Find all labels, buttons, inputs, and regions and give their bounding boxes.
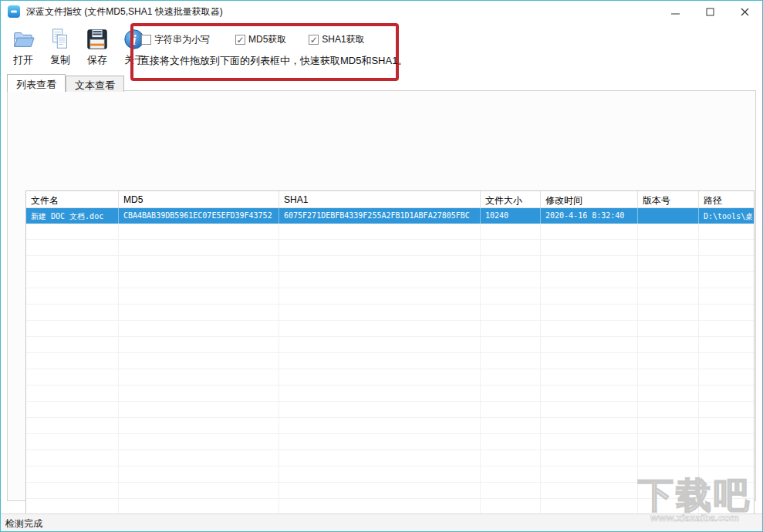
listview-body: 新建 DOC 文档.docCBA4BAB39DB5961EC07E5EFD39F… bbox=[26, 208, 754, 532]
toolbar: 打开复制保存i关于 bbox=[7, 25, 150, 69]
app-logo-icon bbox=[7, 5, 21, 19]
empty-row bbox=[26, 321, 754, 337]
toolbar-button-1[interactable]: 打开 bbox=[7, 25, 39, 69]
toolbar-button-label: 复制 bbox=[50, 53, 70, 67]
empty-row bbox=[26, 369, 754, 386]
empty-row bbox=[26, 402, 754, 418]
toolbar-button-3[interactable]: 保存 bbox=[81, 25, 113, 69]
toolbar-button-label: 保存 bbox=[87, 53, 107, 67]
empty-row bbox=[26, 499, 754, 515]
empty-row bbox=[26, 466, 754, 483]
check-icon[interactable]: ✓ bbox=[309, 35, 319, 45]
checkbox-option-2[interactable]: ✓MD5获取 bbox=[235, 33, 286, 46]
file-listview[interactable]: 文件名MD5SHA1文件大小修改时间版本号路径 新建 DOC 文档.docCBA… bbox=[25, 190, 755, 532]
empty-row bbox=[26, 240, 754, 256]
empty-row bbox=[26, 256, 754, 272]
column-header-6[interactable]: 版本号 bbox=[638, 191, 699, 207]
title-bar: 深蓝文件指纹 (文件MD5,SHA1 快速批量获取器) bbox=[1, 1, 762, 22]
options-highlight-box: 字符串为小写✓MD5获取✓SHA1获取 直接将文件拖放到下面的列表框中，快速获取… bbox=[130, 23, 399, 81]
toolbar-button-2[interactable]: 复制 bbox=[44, 25, 76, 69]
check-icon[interactable]: ✓ bbox=[235, 35, 245, 45]
table-cell: 10240 bbox=[481, 208, 541, 224]
window-title: 深蓝文件指纹 (文件MD5,SHA1 快速批量获取器) bbox=[26, 5, 223, 19]
close-icon[interactable] bbox=[728, 1, 762, 22]
table-cell: 新建 DOC 文档.doc bbox=[26, 208, 119, 224]
tab-strip: 列表查看文本查看 bbox=[7, 74, 124, 92]
checkbox-row: 字符串为小写✓MD5获取✓SHA1获取 bbox=[140, 33, 396, 46]
checkbox-empty[interactable] bbox=[141, 35, 151, 45]
checkbox-label: SHA1获取 bbox=[322, 33, 364, 46]
table-cell: 2020-4-16 8:32:40 bbox=[541, 208, 638, 224]
minimize-icon[interactable] bbox=[658, 1, 693, 22]
status-bar: 检测完成 bbox=[1, 513, 762, 531]
column-header-2[interactable]: MD5 bbox=[119, 191, 279, 207]
save-floppy-icon bbox=[85, 27, 110, 52]
empty-row bbox=[26, 272, 754, 288]
empty-row bbox=[26, 450, 754, 466]
empty-row bbox=[26, 386, 754, 402]
column-header-5[interactable]: 修改时间 bbox=[541, 191, 638, 207]
empty-row bbox=[26, 224, 754, 240]
empty-row bbox=[26, 305, 754, 321]
window-controls bbox=[658, 1, 762, 22]
listview-header: 文件名MD5SHA1文件大小修改时间版本号路径 bbox=[26, 191, 754, 208]
table-cell: 6075F271DEBFB4339F255A2FB1D1ABFA27805FBC bbox=[279, 208, 481, 224]
tab-2[interactable]: 文本查看 bbox=[66, 76, 124, 92]
table-cell: CBA4BAB39DB5961EC07E5EFD39F43752 bbox=[119, 208, 279, 224]
table-row[interactable]: 新建 DOC 文档.docCBA4BAB39DB5961EC07E5EFD39F… bbox=[26, 208, 754, 224]
drag-drop-hint: 直接将文件拖放到下面的列表框中，快速获取MD5和SHA1。 bbox=[140, 54, 396, 68]
checkbox-label: MD5获取 bbox=[248, 33, 286, 46]
tab-1[interactable]: 列表查看 bbox=[7, 74, 66, 92]
toolbar-button-label: 打开 bbox=[13, 53, 33, 67]
column-header-3[interactable]: SHA1 bbox=[279, 191, 481, 207]
column-header-7[interactable]: 路径 bbox=[699, 191, 755, 207]
empty-row bbox=[26, 353, 754, 369]
empty-row bbox=[26, 434, 754, 450]
checkbox-label: 字符串为小写 bbox=[154, 33, 210, 46]
checkbox-option-3[interactable]: ✓SHA1获取 bbox=[309, 33, 364, 46]
column-header-1[interactable]: 文件名 bbox=[26, 191, 119, 207]
table-cell bbox=[638, 208, 699, 224]
empty-row bbox=[26, 483, 754, 499]
table-cell: D:\tools\桌 bbox=[699, 208, 755, 224]
empty-row bbox=[26, 288, 754, 305]
copy-pages-icon bbox=[48, 27, 73, 52]
open-folder-icon bbox=[11, 27, 35, 52]
status-text: 检测完成 bbox=[5, 518, 42, 529]
empty-row bbox=[26, 418, 754, 434]
checkbox-option-1[interactable]: 字符串为小写 bbox=[141, 33, 210, 46]
tab-page: 文件名MD5SHA1文件大小修改时间版本号路径 新建 DOC 文档.docCBA… bbox=[7, 90, 756, 501]
app-window: 深蓝文件指纹 (文件MD5,SHA1 快速批量获取器) 打开复制保存i关于 字符… bbox=[0, 0, 763, 532]
maximize-icon[interactable] bbox=[693, 1, 728, 22]
column-header-4[interactable]: 文件大小 bbox=[481, 191, 541, 207]
empty-row bbox=[26, 337, 754, 353]
